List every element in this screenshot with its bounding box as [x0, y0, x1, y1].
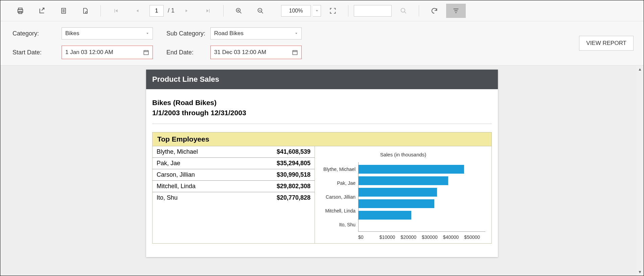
- chart-bar: [359, 188, 437, 197]
- next-page-button[interactable]: [177, 4, 196, 18]
- category-value: Bikes: [65, 30, 79, 37]
- search-input[interactable]: [354, 5, 392, 17]
- calendar-icon[interactable]: [292, 49, 298, 55]
- zoom-select[interactable]: 100%: [281, 5, 311, 17]
- vertical-scrollbar[interactable]: ▲ ▼: [636, 66, 644, 276]
- chart-bar: [359, 199, 434, 208]
- section-title: Top Employees: [152, 132, 492, 146]
- toolbar-separator: [348, 5, 348, 17]
- svg-rect-20: [144, 51, 148, 55]
- start-date-input[interactable]: 1 Jan 03 12:00 AM: [62, 46, 153, 59]
- chart-x-tick: $10000: [380, 234, 401, 240]
- total-pages-label: / 1: [168, 7, 175, 14]
- employee-name: Mitchell, Linda: [157, 183, 196, 190]
- view-report-button[interactable]: VIEW REPORT: [579, 36, 634, 51]
- report-page: Product Line Sales Bikes (Road Bikes) 1/…: [146, 70, 498, 257]
- sales-chart: Sales (in thousands) Blythe, Michael Pak…: [315, 146, 491, 243]
- scroll-up-icon[interactable]: ▲: [636, 66, 644, 73]
- report-title: Product Line Sales: [146, 70, 498, 89]
- parameters-toggle-button[interactable]: [446, 4, 466, 18]
- divider: [152, 124, 492, 124]
- zoom-out-button[interactable]: [251, 4, 270, 18]
- export-button[interactable]: [32, 4, 52, 18]
- chart-bar: [359, 211, 411, 220]
- start-date-value: 1 Jan 03 12:00 AM: [65, 49, 113, 56]
- svg-line-9: [240, 11, 242, 13]
- table-row: Carson, Jillian $30,990,518: [153, 169, 315, 181]
- svg-point-7: [86, 11, 87, 13]
- chart-y-label: Ito, Shu: [321, 222, 355, 227]
- employee-name: Pak, Jae: [157, 160, 180, 167]
- toolbar-separator: [223, 5, 224, 17]
- table-row: Mitchell, Linda $29,802,308: [153, 181, 315, 192]
- end-date-value: 31 Dec 03 12:00 AM: [214, 49, 266, 56]
- employee-value: $30,990,518: [277, 171, 310, 178]
- subcategory-label: Sub Category:: [166, 30, 210, 37]
- table-row: Pak, Jae $35,294,805: [153, 158, 315, 169]
- page-setup-button[interactable]: [75, 4, 95, 18]
- zoom-dropdown-caret[interactable]: [313, 5, 321, 17]
- chart-y-label: Mitchell, Linda: [321, 208, 355, 214]
- employee-value: $41,608,539: [277, 148, 310, 155]
- toolbar-separator: [419, 5, 419, 17]
- report-subheader: Bikes (Road Bikes): [152, 99, 492, 107]
- fit-page-button[interactable]: [323, 4, 343, 18]
- employee-value: $20,770,828: [277, 194, 310, 201]
- current-page-input[interactable]: [150, 5, 164, 17]
- start-date-label: Start Date:: [13, 49, 62, 56]
- table-row: Ito, Shu $20,770,828: [153, 192, 315, 203]
- chart-title: Sales (in thousands): [321, 152, 485, 157]
- chart-x-tick: $40000: [443, 234, 464, 240]
- report-toolbar: / 1 100%: [0, 0, 644, 21]
- calendar-icon[interactable]: [143, 49, 149, 55]
- end-date-input[interactable]: 31 Dec 03 12:00 AM: [210, 46, 302, 59]
- chart-x-axis: $0 $10000 $20000 $30000 $40000 $50000: [358, 234, 485, 240]
- scroll-down-icon[interactable]: ▼: [636, 268, 644, 276]
- table-row: Blythe, Michael $41,608,539: [153, 146, 315, 158]
- chart-bar: [359, 176, 448, 185]
- toolbar-separator: [100, 5, 101, 17]
- category-select[interactable]: Bikes: [62, 27, 153, 40]
- end-date-label: End Date:: [166, 49, 210, 56]
- page-layout-button[interactable]: [54, 4, 73, 18]
- parameters-panel: Category: Bikes Sub Category: Road Bikes…: [0, 21, 644, 66]
- chart-y-label: Blythe, Michael: [321, 167, 355, 172]
- chevron-down-icon: [295, 32, 298, 35]
- employee-name: Carson, Jillian: [157, 171, 195, 178]
- chart-y-label: Pak, Jae: [321, 180, 355, 186]
- chart-x-tick: $30000: [422, 234, 443, 240]
- chart-x-tick: $20000: [400, 234, 422, 240]
- category-label: Category:: [13, 30, 62, 37]
- last-page-button[interactable]: [198, 4, 218, 18]
- report-date-range: 1/1/2003 through 12/31/2003: [152, 109, 492, 117]
- svg-rect-24: [293, 51, 297, 55]
- zoom-value: 100%: [289, 8, 303, 14]
- chart-x-tick: $50000: [464, 234, 485, 240]
- svg-line-13: [261, 11, 263, 13]
- search-button[interactable]: [394, 4, 413, 18]
- refresh-button[interactable]: [424, 4, 444, 18]
- chart-y-labels: Blythe, Michael Pak, Jae Carson, Jillian…: [321, 162, 358, 232]
- employees-table: Blythe, Michael $41,608,539 Pak, Jae $35…: [153, 146, 315, 243]
- chart-bars: [358, 162, 485, 232]
- chevron-down-icon: [146, 32, 149, 35]
- employee-value: $29,802,308: [277, 183, 310, 190]
- chart-x-tick: $0: [358, 234, 380, 240]
- chart-bar: [359, 165, 464, 174]
- chart-y-label: Carson, Jillian: [321, 194, 355, 200]
- print-button[interactable]: [10, 4, 30, 18]
- svg-line-16: [405, 11, 406, 13]
- employee-value: $35,294,805: [277, 160, 310, 167]
- subcategory-value: Road Bikes: [214, 30, 244, 37]
- prev-page-button[interactable]: [128, 4, 147, 18]
- zoom-in-button[interactable]: [229, 4, 249, 18]
- subcategory-select[interactable]: Road Bikes: [210, 27, 302, 40]
- employee-name: Ito, Shu: [157, 194, 178, 201]
- employee-name: Blythe, Michael: [157, 148, 198, 155]
- first-page-button[interactable]: [106, 4, 126, 18]
- report-viewport[interactable]: Product Line Sales Bikes (Road Bikes) 1/…: [0, 66, 644, 276]
- svg-point-15: [401, 8, 405, 12]
